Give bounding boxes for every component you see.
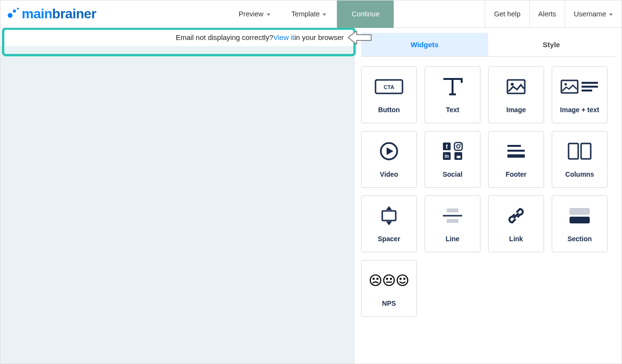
alerts-link[interactable]: Alerts [529, 0, 565, 27]
widget-spacer[interactable]: Spacer [361, 195, 417, 252]
svg-point-36 [387, 278, 388, 279]
widget-label: Video [380, 170, 398, 178]
widget-line[interactable]: Line [425, 195, 480, 252]
widget-label: Spacer [378, 235, 401, 243]
widget-video[interactable]: Video [361, 131, 417, 188]
email-suffix-text: in your browser [294, 33, 344, 41]
main-area: Email not displaying correctly? View it … [0, 28, 622, 364]
widget-columns[interactable]: Columns [552, 131, 608, 188]
widget-label: Image [506, 106, 526, 114]
sidebar-tabs: Widgets Style [361, 33, 615, 57]
svg-point-41 [404, 278, 405, 279]
widget-label: Section [568, 235, 592, 243]
widget-label: Social [442, 170, 462, 178]
widget-button[interactable]: CTA Button [361, 66, 417, 123]
app-header: mainbrainer Preview Template Continue Ge… [0, 0, 622, 28]
footer-lines-icon [506, 141, 526, 162]
svg-rect-31 [570, 217, 590, 223]
svg-rect-27 [447, 208, 458, 212]
faces-icon [369, 270, 409, 291]
svg-point-35 [384, 275, 394, 286]
username-dropdown[interactable]: Username [565, 0, 622, 27]
svg-rect-25 [581, 143, 591, 159]
widget-label: NPS [382, 299, 396, 307]
widget-link[interactable]: Link [488, 195, 544, 252]
template-dropdown[interactable]: Template [281, 0, 337, 28]
svg-rect-30 [570, 208, 590, 215]
logo-dots-icon [7, 7, 20, 21]
widget-label: Button [378, 106, 400, 114]
widget-label: Footer [505, 170, 527, 178]
logo[interactable]: mainbrainer [0, 6, 96, 22]
preview-label: Preview [239, 10, 264, 18]
chevron-down-icon [323, 13, 326, 16]
chevron-down-icon [266, 13, 270, 16]
svg-point-17 [460, 143, 461, 144]
widget-image[interactable]: Image [488, 66, 544, 123]
preview-dropdown[interactable]: Preview [228, 0, 281, 28]
template-label: Template [291, 10, 320, 18]
svg-point-16 [457, 145, 460, 148]
svg-rect-26 [382, 211, 396, 221]
widget-label: Text [446, 106, 459, 114]
svg-point-37 [390, 278, 391, 279]
spacer-icon [379, 205, 399, 226]
widget-label: Columns [565, 170, 594, 178]
svg-point-33 [373, 278, 374, 279]
email-preview-strip[interactable]: Email not displaying correctly? View it … [0, 28, 353, 46]
play-circle-icon [379, 141, 399, 162]
widget-section[interactable]: Section [552, 195, 608, 252]
continue-button[interactable]: Continue [337, 0, 394, 28]
widget-text[interactable]: Text [425, 66, 480, 123]
pointer-arrow-icon [347, 31, 372, 50]
view-in-browser-link[interactable]: View it [273, 33, 295, 41]
cta-button-icon: CTA [375, 76, 403, 97]
widget-grid: CTA Button Text [354, 57, 622, 326]
widget-label: Line [446, 235, 460, 243]
widget-image-text[interactable]: Image + text [552, 66, 608, 123]
columns-icon [568, 141, 592, 162]
svg-rect-29 [447, 219, 458, 223]
social-icons-icon: f in [442, 141, 463, 162]
svg-rect-15 [454, 143, 462, 150]
svg-point-6 [511, 83, 514, 86]
svg-point-1 [13, 10, 16, 13]
get-help-link[interactable]: Get help [485, 0, 529, 27]
svg-point-34 [377, 278, 378, 279]
svg-point-2 [17, 8, 19, 10]
widget-label: Link [509, 235, 523, 243]
svg-text:CTA: CTA [384, 84, 394, 90]
image-icon [506, 76, 526, 97]
email-canvas[interactable]: Email not displaying correctly? View it … [0, 28, 354, 364]
text-icon [441, 76, 464, 97]
svg-point-0 [8, 13, 13, 18]
tab-widgets[interactable]: Widgets [361, 33, 488, 56]
svg-point-32 [370, 275, 381, 286]
svg-text:in: in [445, 154, 449, 159]
email-prefix-text: Email not displaying correctly? [176, 33, 273, 41]
svg-rect-7 [561, 80, 578, 93]
chevron-down-icon [609, 13, 613, 16]
widget-label: Image + text [560, 106, 599, 114]
section-icon [569, 205, 591, 226]
svg-point-39 [397, 275, 408, 286]
header-right-nav: Get help Alerts Username [485, 0, 622, 27]
header-center-nav: Preview Template Continue [228, 0, 394, 27]
svg-rect-24 [569, 143, 578, 159]
widget-footer[interactable]: Footer [488, 131, 544, 188]
logo-text: mainbrainer [22, 6, 96, 22]
widget-social[interactable]: f in Social [425, 131, 480, 188]
chain-link-icon [506, 205, 526, 226]
svg-point-8 [565, 83, 567, 86]
tab-style[interactable]: Style [488, 33, 615, 56]
widget-nps[interactable]: NPS [361, 260, 417, 317]
image-text-icon [560, 76, 599, 97]
right-sidebar: Widgets Style CTA Button [354, 28, 622, 364]
line-icon [442, 205, 463, 226]
svg-point-40 [400, 278, 401, 279]
